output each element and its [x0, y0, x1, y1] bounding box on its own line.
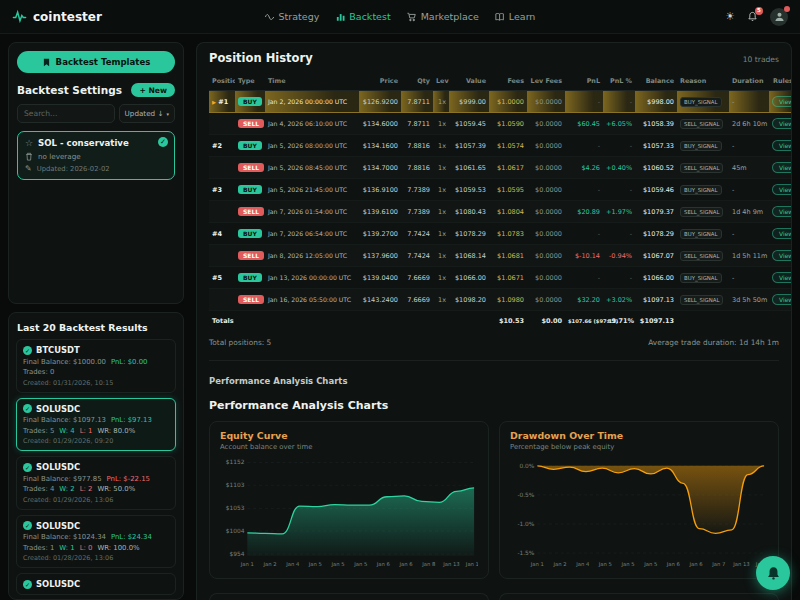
trade-type-badge: BUY [238, 185, 262, 194]
cell-reason: BUY_SIGNAL [677, 91, 729, 113]
cell-pnl-pct: -0.94% [603, 245, 635, 267]
star-icon[interactable]: ☆ [25, 138, 33, 148]
position-row[interactable]: #4BUYJan 7, 2026 06:54:00 UTC$139.27007.… [209, 223, 792, 245]
cell-rules: View [769, 245, 792, 267]
template-subtitle: no leverage [38, 152, 81, 161]
brand-name: cointester [33, 10, 102, 24]
cell-position [209, 201, 235, 223]
theme-toggle-button[interactable]: ☀ [725, 11, 735, 22]
trash-icon[interactable] [25, 152, 33, 161]
cell-pnl-pct: - [603, 135, 635, 157]
cell-balance: $1079.37 [635, 201, 677, 223]
result-balance-line: Final Balance: $977.85PnL: $-22.15 [23, 475, 169, 483]
view-rules-button[interactable]: View [772, 162, 792, 173]
position-row[interactable]: SELLJan 8, 2026 12:05:00 UTC$137.96007.7… [209, 245, 792, 267]
cell-pnl: $20.89 [565, 201, 603, 223]
drawdown-chart: 0.0%-0.5%-1.0%-1.5%Jan 1Jan 2Jan 4Jan 5J… [510, 454, 768, 570]
notifications-button[interactable]: 5 [747, 11, 758, 22]
app-body: Backtest Templates Backtest Settings + N… [0, 34, 800, 600]
cell-time: Jan 5, 2026 08:45:00 UTC [265, 157, 359, 179]
cell-balance: $1060.52 [635, 157, 677, 179]
section-divider [209, 360, 779, 361]
view-rules-button[interactable]: View [772, 228, 792, 239]
cell-pnl: - [565, 179, 603, 201]
view-rules-button[interactable]: View [772, 206, 792, 217]
position-table-head-row: PositionTypeTimePriceQtyLevValueFeesLev … [209, 72, 792, 91]
nav-item-marketplace[interactable]: Marketplace [407, 11, 479, 22]
column-header: Duration [729, 72, 769, 91]
totals-pnl-pct: +9.71% [603, 311, 635, 332]
cell-lev-fees: $0.0000 [527, 135, 565, 157]
new-backtest-button[interactable]: + New [131, 83, 175, 97]
nav-item-learn[interactable]: Learn [495, 11, 536, 22]
result-losses: L: 0 [80, 544, 93, 552]
view-rules-button[interactable]: View [772, 250, 792, 261]
reason-badge: SELL_SIGNAL [680, 295, 723, 305]
cell-position [209, 113, 235, 135]
svg-text:$954: $954 [230, 551, 245, 557]
drawdown-subtitle: Percentage below peak equity [510, 443, 768, 451]
cell-pnl-pct: - [603, 223, 635, 245]
svg-text:Jan 5: Jan 5 [353, 561, 367, 568]
search-input[interactable] [17, 104, 115, 123]
cell-price: $139.0400 [359, 267, 401, 289]
cell-lev: 1x [433, 223, 449, 245]
position-row[interactable]: ▶ #1BUYJan 2, 2026 00:00:00 UTC$126.9200… [209, 91, 792, 113]
backtest-result-card[interactable]: ✓SOLUSDC [16, 573, 176, 595]
backtest-result-card[interactable]: ✓BTCUSDTFinal Balance: $1000.00PnL: $0.0… [16, 339, 176, 393]
result-created: Created: 01/29/2026, 13:06 [23, 496, 169, 504]
reason-badge: SELL_SIGNAL [680, 163, 723, 173]
avatar-status-dot [784, 6, 790, 12]
cell-lev-fees: $0.0000 [527, 113, 565, 135]
nav-label: Strategy [279, 11, 320, 22]
bookmark-icon [42, 58, 51, 67]
position-table-body: ▶ #1BUYJan 2, 2026 00:00:00 UTC$126.9200… [209, 91, 792, 311]
nav-item-strategy[interactable]: Strategy [265, 11, 320, 22]
view-rules-button[interactable]: View [772, 140, 792, 151]
position-row[interactable]: #5BUYJan 13, 2026 00:00:00 UTC$139.04007… [209, 267, 792, 289]
cell-pnl: $-10.14 [565, 245, 603, 267]
result-trades-line: Trades: 4W: 2L: 2WR: 50.0% [23, 485, 169, 493]
view-rules-button[interactable]: View [772, 96, 792, 107]
position-row[interactable]: SELLJan 5, 2026 08:45:00 UTC$134.70007.8… [209, 157, 792, 179]
cell-rules: View [769, 113, 792, 135]
backtest-templates-button[interactable]: Backtest Templates [17, 51, 175, 73]
cell-type: SELL [235, 157, 265, 179]
cell-rules: View [769, 289, 792, 311]
cell-value: $1068.14 [449, 245, 489, 267]
cell-position: #3 [209, 179, 235, 201]
position-row[interactable]: SELLJan 7, 2026 01:54:00 UTC$139.61007.7… [209, 201, 792, 223]
pencil-icon[interactable]: ✎ [25, 164, 32, 173]
nav-item-backtest[interactable]: Backtest [335, 11, 390, 22]
cell-qty: 7.7389 [401, 201, 433, 223]
backtest-result-card[interactable]: ✓SOLUSDCFinal Balance: $1024.34PnL: $24.… [16, 515, 176, 569]
trade-type-badge: BUY [238, 141, 262, 150]
cell-type: BUY [235, 179, 265, 201]
result-symbol: SOLUSDC [36, 521, 80, 531]
support-fab-button[interactable] [756, 556, 790, 590]
sort-dropdown[interactable]: Updated ↓ ▾ [119, 104, 175, 123]
cell-balance: $1067.07 [635, 245, 677, 267]
backtest-result-card[interactable]: ✓SOLUSDCFinal Balance: $1097.13PnL: $97.… [16, 398, 176, 452]
position-row[interactable]: SELLJan 16, 2026 05:50:00 UTC$143.24007.… [209, 289, 792, 311]
result-balance-line: Final Balance: $1024.34PnL: $24.34 [23, 533, 169, 541]
view-rules-button[interactable]: View [772, 184, 792, 195]
position-row[interactable]: #3BUYJan 5, 2026 21:45:00 UTC$136.91007.… [209, 179, 792, 201]
svg-text:Jan 8: Jan 8 [421, 561, 435, 568]
template-card[interactable]: ☆ SOL - conservative ✓ no leverage ✎ Upd… [17, 131, 175, 180]
svg-text:Jan 5: Jan 5 [598, 561, 612, 568]
position-row[interactable]: #2BUYJan 5, 2026 08:00:00 UTC$134.16007.… [209, 135, 792, 157]
svg-text:Jan 6: Jan 6 [398, 561, 413, 568]
position-row[interactable]: SELLJan 4, 2026 06:10:00 UTC$134.60007.8… [209, 113, 792, 135]
view-rules-button[interactable]: View [772, 118, 792, 129]
cell-time: Jan 4, 2026 06:10:00 UTC [265, 113, 359, 135]
cell-lev: 1x [433, 135, 449, 157]
view-rules-button[interactable]: View [772, 294, 792, 305]
column-header: Type [235, 72, 265, 91]
view-rules-button[interactable]: View [772, 272, 792, 283]
user-avatar[interactable] [770, 8, 788, 26]
cell-balance: $998.00 [635, 91, 677, 113]
backtest-result-card[interactable]: ✓SOLUSDCFinal Balance: $977.85PnL: $-22.… [16, 456, 176, 510]
app-logo[interactable]: cointester [12, 9, 102, 24]
drawdown-title: Drawdown Over Time [510, 430, 768, 441]
